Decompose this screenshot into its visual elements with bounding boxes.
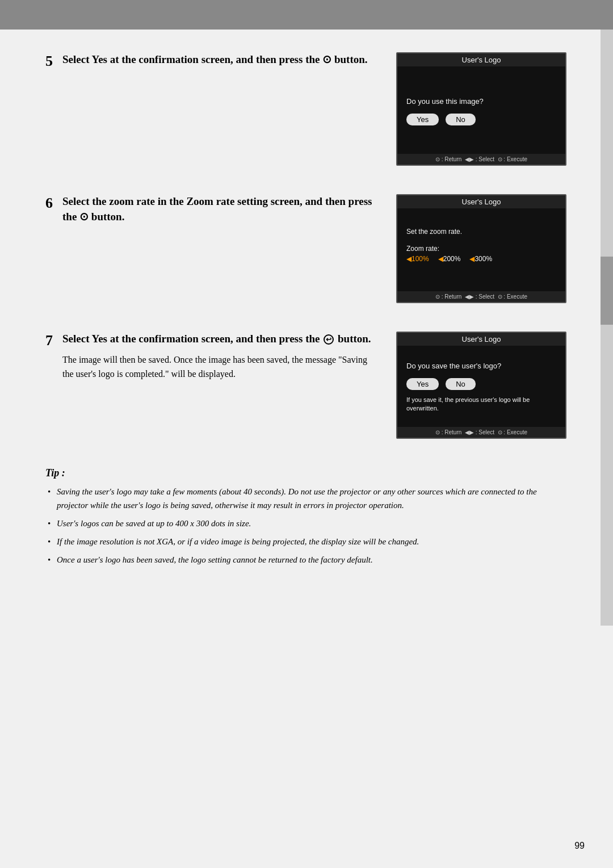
step-5-screen-title: User's Logo	[397, 53, 565, 66]
step-5-title: Select Yes at the confirmation screen, a…	[62, 52, 368, 68]
step-6-heading: 6 Select the zoom rate in the Zoom rate …	[45, 194, 379, 230]
step-6-zoom-200[interactable]: ◀200%	[438, 255, 461, 263]
step-5-no-button[interactable]: No	[446, 114, 476, 125]
step-7-screen: User's Logo Do you save the user's logo?…	[396, 332, 566, 439]
step-7-title: Select Yes at the confirmation screen, a…	[62, 332, 379, 347]
scrollbar-thumb[interactable]	[601, 257, 613, 325]
step-7-number: 7	[45, 332, 59, 349]
step-6-zoom-rate-label: Zoom rate:	[406, 245, 556, 253]
step-7-yes-button[interactable]: Yes	[406, 378, 439, 390]
step-7-title-block: Select Yes at the confirmation screen, a…	[62, 332, 379, 381]
step-5-screen: User's Logo Do you use this image? Yes N…	[396, 52, 566, 166]
tip-list: Saving the user's logo may take a few mo…	[45, 485, 566, 567]
step-5-spacer	[406, 74, 556, 97]
step-7-screen-title: User's Logo	[397, 333, 565, 346]
step-5-screen-body: Do you use this image? Yes No	[397, 66, 565, 154]
tip-section: Tip : Saving the user's logo may take a …	[45, 467, 566, 567]
step-5-number: 5	[45, 52, 59, 70]
tip-item-3: If the image resolution is not XGA, or i…	[45, 535, 566, 548]
step-7-left: 7 Select Yes at the confirmation screen,…	[45, 332, 379, 381]
step-6-number: 6	[45, 194, 59, 212]
step-7-footer-text: ⊙ : Return ◀▶ : Select ⊙ : Execute	[435, 429, 527, 435]
enter-icon-7: ↩	[324, 334, 334, 345]
step-7-no-button[interactable]: No	[446, 378, 476, 390]
step-5-section: 5 Select Yes at the confirmation screen,…	[45, 52, 566, 166]
main-content: 5 Select Yes at the confirmation screen,…	[0, 30, 601, 594]
step-7-sub-text: If you save it, the previous user's logo…	[406, 396, 556, 413]
step-5-yes-button[interactable]: Yes	[406, 114, 439, 125]
step-7-buttons: Yes No	[406, 378, 556, 390]
step-6-screen-title: User's Logo	[397, 195, 565, 208]
tip-item-2: User's logos can be saved at up to 400 x…	[45, 517, 566, 530]
step-6-zoom-options: ◀100% ◀200% ◀300%	[406, 255, 556, 263]
step-5-heading: 5 Select Yes at the confirmation screen,…	[45, 52, 379, 73]
step-5-question: Do you use this image?	[406, 97, 556, 106]
step-6-set-zoom-label: Set the zoom rate.	[406, 228, 556, 236]
step-5-left: 5 Select Yes at the confirmation screen,…	[45, 52, 379, 73]
step-7-body: The image will then be saved. Once the i…	[62, 353, 379, 381]
step-6-footer-text: ⊙ : Return ◀▶ : Select ⊙ : Execute	[435, 293, 527, 300]
step-6-section: 6 Select the zoom rate in the Zoom rate …	[45, 194, 566, 303]
step-6-left: 6 Select the zoom rate in the Zoom rate …	[45, 194, 379, 230]
top-bar	[0, 0, 613, 30]
step-5-footer-text: ⊙ : Return ◀▶ : Select ⊙ : Execute	[435, 156, 527, 162]
step-6-screen: User's Logo Set the zoom rate. Zoom rate…	[396, 194, 566, 303]
step-7-heading: 7 Select Yes at the confirmation screen,…	[45, 332, 379, 381]
page-number: 99	[574, 841, 585, 851]
step-6-zoom-300[interactable]: ◀300%	[469, 255, 492, 263]
step-7-question: Do you save the user's logo?	[406, 362, 556, 370]
step-6-screen-footer: ⊙ : Return ◀▶ : Select ⊙ : Execute	[397, 291, 565, 302]
right-scrollbar[interactable]	[601, 30, 613, 626]
tip-item-1: Saving the user's logo may take a few mo…	[45, 485, 566, 512]
step-7-screen-body: Do you save the user's logo? Yes No If y…	[397, 346, 565, 427]
tip-title: Tip :	[45, 467, 566, 479]
step-5-screen-footer: ⊙ : Return ◀▶ : Select ⊙ : Execute	[397, 154, 565, 165]
step-5-spacer2	[406, 125, 556, 148]
step-6-title: Select the zoom rate in the Zoom rate se…	[62, 194, 379, 224]
step-7-section: 7 Select Yes at the confirmation screen,…	[45, 332, 566, 439]
step-7-screen-footer: ⊙ : Return ◀▶ : Select ⊙ : Execute	[397, 427, 565, 438]
step-5-buttons: Yes No	[406, 114, 556, 125]
tip-item-4: Once a user's logo has been saved, the l…	[45, 553, 566, 567]
step-6-zoom-100[interactable]: ◀100%	[406, 255, 429, 263]
step-6-screen-body: Set the zoom rate. Zoom rate: ◀100% ◀200…	[397, 208, 565, 291]
